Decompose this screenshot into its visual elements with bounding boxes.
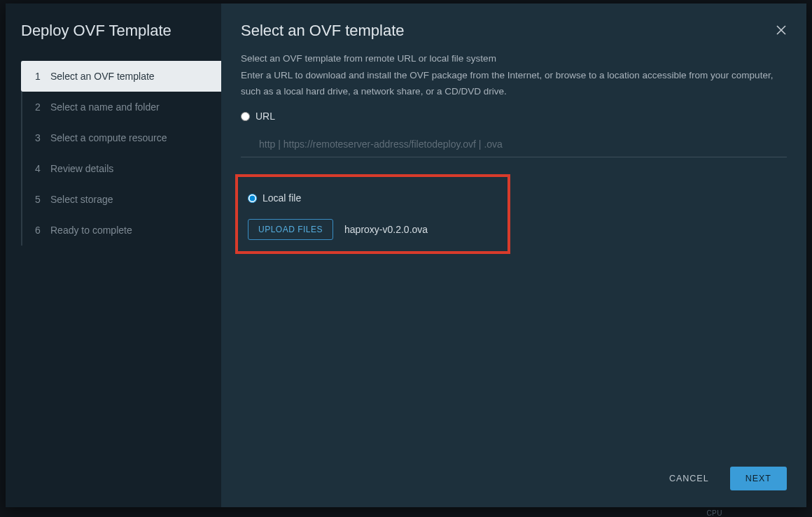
step-number: 3: [35, 132, 48, 143]
step-label: Ready to complete: [50, 225, 132, 236]
step-number: 2: [35, 101, 48, 113]
step-number: 1: [35, 71, 48, 82]
panel-description: Enter a URL to download and install the …: [241, 68, 787, 100]
wizard-main-panel: Select an OVF template Select an OVF tem…: [221, 3, 806, 507]
close-button[interactable]: [776, 24, 790, 38]
step-select-storage[interactable]: 5 Select storage: [22, 184, 221, 215]
wizard-footer: CANCEL NEXT: [241, 453, 787, 507]
wizard-steps: 1 Select an OVF template 2 Select a name…: [21, 61, 221, 246]
step-ready-to-complete[interactable]: 6 Ready to complete: [22, 215, 221, 246]
step-label: Select a name and folder: [50, 101, 160, 113]
step-number: 5: [35, 194, 48, 205]
step-select-name-folder[interactable]: 2 Select a name and folder: [22, 92, 221, 122]
upload-files-button[interactable]: UPLOAD FILES: [248, 219, 333, 240]
step-number: 6: [35, 225, 48, 236]
url-radio-label[interactable]: URL: [255, 111, 275, 122]
step-label: Select an OVF template: [50, 71, 155, 82]
upload-row: UPLOAD FILES haproxy-v0.2.0.ova: [248, 219, 498, 240]
background-cpu-label: CPU: [706, 509, 722, 517]
wizard-sidebar: Deploy OVF Template 1 Select an OVF temp…: [6, 3, 221, 507]
panel-subtitle: Select an OVF template from remote URL o…: [241, 51, 787, 66]
step-select-ovf-template[interactable]: 1 Select an OVF template: [21, 61, 221, 92]
next-button[interactable]: NEXT: [730, 467, 787, 490]
step-number: 4: [35, 163, 48, 174]
cancel-button[interactable]: CANCEL: [659, 467, 719, 490]
step-label: Review details: [50, 163, 113, 174]
local-file-radio-label[interactable]: Local file: [262, 192, 301, 204]
local-file-radio[interactable]: [248, 194, 257, 203]
step-label: Select a compute resource: [50, 132, 167, 143]
close-icon: [776, 24, 787, 36]
step-review-details[interactable]: 4 Review details: [22, 153, 221, 184]
url-radio[interactable]: [241, 112, 250, 121]
deploy-ovf-modal: Deploy OVF Template 1 Select an OVF temp…: [6, 3, 806, 507]
url-input[interactable]: [241, 132, 787, 157]
wizard-title: Deploy OVF Template: [6, 22, 221, 61]
step-select-compute-resource[interactable]: 3 Select a compute resource: [22, 122, 221, 153]
url-option-row: URL: [241, 111, 787, 122]
local-file-option-row: Local file: [248, 192, 498, 204]
step-label: Select storage: [50, 194, 113, 205]
local-file-highlight: Local file UPLOAD FILES haproxy-v0.2.0.o…: [235, 174, 510, 254]
panel-title: Select an OVF template: [241, 22, 787, 40]
selected-filename: haproxy-v0.2.0.ova: [344, 224, 428, 235]
